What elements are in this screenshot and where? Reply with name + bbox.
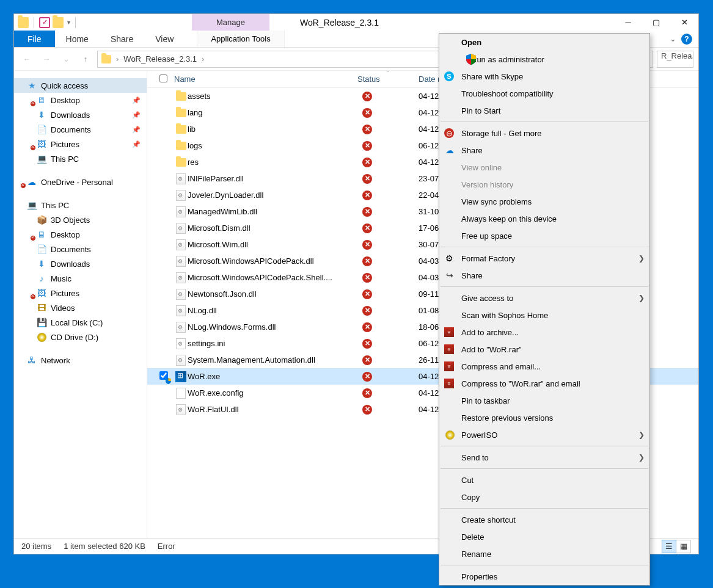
ctx-compressworrar[interactable]: ≡Compress to "WoR.rar" and email [439,375,649,392]
recent-dropdown[interactable]: ⌄ [58,51,74,67]
sidebar-item-desktop[interactable]: 🖥Desktop📌 [14,93,147,107]
selectall-checkbox[interactable] [159,74,167,82]
ctx-viewsyncproblems[interactable]: View sync problems [439,193,649,210]
poweriso-icon [444,429,455,440]
sidebar-item-thispc2[interactable]: 💻This PC [14,198,147,212]
ini-icon [174,338,188,349]
sidebar-item-localdisk[interactable]: 💾Local Disk (C:) [14,315,147,330]
sidebar-item-quickaccess[interactable]: ★Quick access [14,78,147,93]
chevron-right-icon: ❯ [638,453,645,462]
view-tab[interactable]: View [144,31,185,47]
ctx-freeup[interactable]: Free up space [439,227,649,244]
ctx-poweriso[interactable]: PowerISO❯ [439,426,649,443]
ctx-alwayskeep[interactable]: Always keep on this device [439,210,649,227]
ctx-open[interactable]: Open [439,34,649,51]
ctx-shareskype[interactable]: SShare with Skype [439,68,649,85]
ctx-viewonline[interactable]: View online [439,159,649,176]
file-name: ManagedWimLib.dll [188,207,357,216]
file-name: NLog.Windows.Forms.dll [188,322,357,332]
ctx-share[interactable]: ↪Share [439,267,649,284]
folder-icon[interactable] [53,17,64,28]
winrar-icon: ≡ [444,361,454,371]
error-icon: ✕ [362,174,372,184]
ctx-runasadmin[interactable]: Run as administrator [439,51,649,68]
home-tab[interactable]: Home [55,31,100,47]
winrar-icon: ≡ [444,379,454,388]
back-button[interactable]: ← [19,51,35,67]
picture-icon: 🖼 [36,288,47,298]
qat-dropdown[interactable]: ▾ [67,19,70,26]
ribbon-expand-icon[interactable]: ⌄ [670,34,676,43]
ctx-copy[interactable]: Copy [439,488,649,506]
sidebar-item-cddrive[interactable]: CD Drive (D:) [14,330,147,344]
sort-indicator-icon: ⌃ [386,71,390,76]
sidebar-item-documents2[interactable]: 📄Documents [14,242,147,256]
sidebar-item-music[interactable]: ♪Music [14,271,147,286]
maximize-button[interactable]: ▢ [642,14,670,31]
help-icon[interactable]: ? [681,34,692,45]
ctx-addarchive[interactable]: ≡Add to archive... [439,324,649,341]
sidebar-item-desktop2[interactable]: 🖥Desktop [14,227,147,242]
ctx-sendto[interactable]: Send to❯ [439,449,649,466]
document-icon: 📄 [36,125,47,134]
share-icon: ↪ [444,270,455,281]
thumbnails-view-button[interactable]: ▦ [676,540,691,553]
sidebar-item-thispc[interactable]: 💻This PC [14,151,147,166]
file-tab[interactable]: File [14,31,55,47]
ctx-delete[interactable]: Delete [439,528,649,545]
breadcrumb-folder[interactable]: WoR_Release_2.3.1 [123,54,197,64]
sidebar-item-downloads[interactable]: ⬇Downloads📌 [14,107,147,122]
ctx-scansophos[interactable]: Scan with Sophos Home [439,307,649,324]
cloud-icon: ☁ [26,177,37,187]
col-name[interactable]: Name [174,74,357,84]
ctx-giveaccess[interactable]: Give access to❯ [439,289,649,307]
error-icon: ✕ [362,273,372,283]
details-view-button[interactable]: ☰ [662,540,676,553]
manage-tab[interactable]: Manage [192,14,269,31]
forward-button[interactable]: → [38,51,54,67]
ctx-troubleshoot[interactable]: Troubleshoot compatibility [439,85,649,102]
sidebar-item-network[interactable]: 🖧Network [14,353,147,368]
ctx-formatfactory[interactable]: ⚙Format Factory❯ [439,250,649,267]
sidebar-item-pictures2[interactable]: 🖼Pictures [14,286,147,300]
error-badge-icon [30,294,36,300]
minimize-button[interactable]: ─ [614,14,642,31]
close-button[interactable]: ✕ [670,14,698,31]
error-icon: ✕ [362,191,372,200]
sidebar: ★Quick access 🖥Desktop📌 ⬇Downloads📌 📄Doc… [14,71,147,538]
file-status: ✕ [357,125,419,134]
application-tools-tab[interactable]: Application Tools [197,31,284,47]
sidebar-item-pictures[interactable]: 🖼Pictures📌 [14,137,147,151]
ctx-pintaskbar[interactable]: Pin to taskbar [439,392,649,409]
pc-icon: 💻 [36,154,47,164]
ctx-properties[interactable]: Properties [439,568,649,585]
ctx-compressemail[interactable]: ≡Compress and email... [439,358,649,375]
file-status: ✕ [357,158,419,167]
ctx-versionhistory[interactable]: Version history [439,176,649,193]
error-badge-icon [20,183,26,189]
ctx-cut[interactable]: Cut [439,471,649,488]
sidebar-item-downloads2[interactable]: ⬇Downloads [14,256,147,271]
pin-icon: 📌 [132,140,141,148]
share-tab[interactable]: Share [100,31,144,47]
ctx-addworrar[interactable]: ≡Add to "WoR.rar" [439,341,649,358]
error-icon: ✕ [362,306,372,316]
document-icon: 📄 [36,244,47,254]
ctx-share-onedrive[interactable]: ☁Share [439,142,649,159]
error-icon: ✕ [362,125,372,134]
sidebar-item-videos[interactable]: 🎞Videos [14,300,147,315]
ctx-createshortcut[interactable]: Create shortcut [439,511,649,528]
ctx-storagefull[interactable]: ⊖Storage full - Get more [439,125,649,142]
qat-check-icon[interactable]: ✓ [39,17,50,28]
ctx-restoreversions[interactable]: Restore previous versions [439,409,649,426]
folder-icon [174,125,188,134]
sidebar-item-documents[interactable]: 📄Documents📌 [14,122,147,137]
ctx-pinstart[interactable]: Pin to Start [439,102,649,119]
up-button[interactable]: ↑ [78,51,93,67]
sidebar-item-3dobjects[interactable]: 📦3D Objects [14,212,147,227]
sidebar-item-onedrive[interactable]: ☁OneDrive - Personal [14,175,147,189]
col-status[interactable]: Status [357,74,419,84]
ctx-rename[interactable]: Rename [439,545,649,562]
search-input[interactable]: R_Relea... [657,51,693,68]
error-icon: ✕ [362,240,372,250]
